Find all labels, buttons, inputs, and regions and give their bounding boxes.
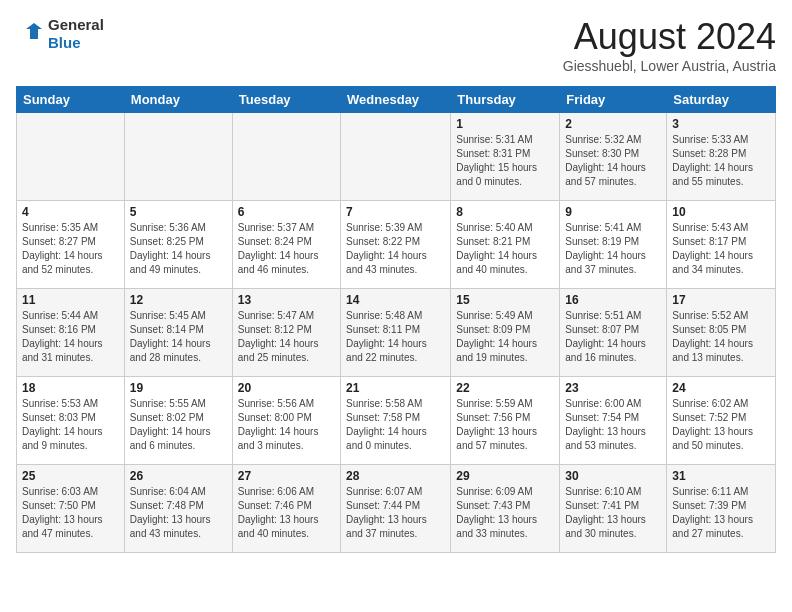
day-content: Sunrise: 6:00 AM Sunset: 7:54 PM Dayligh… xyxy=(565,397,661,453)
calendar-day-cell: 30Sunrise: 6:10 AM Sunset: 7:41 PM Dayli… xyxy=(560,465,667,553)
calendar-day-cell: 13Sunrise: 5:47 AM Sunset: 8:12 PM Dayli… xyxy=(232,289,340,377)
day-number: 27 xyxy=(238,469,335,483)
day-number: 7 xyxy=(346,205,445,219)
location-subtitle: Giesshuebl, Lower Austria, Austria xyxy=(563,58,776,74)
day-number: 12 xyxy=(130,293,227,307)
day-content: Sunrise: 5:40 AM Sunset: 8:21 PM Dayligh… xyxy=(456,221,554,277)
day-number: 25 xyxy=(22,469,119,483)
day-number: 8 xyxy=(456,205,554,219)
day-content: Sunrise: 6:09 AM Sunset: 7:43 PM Dayligh… xyxy=(456,485,554,541)
calendar-week-row: 4Sunrise: 5:35 AM Sunset: 8:27 PM Daylig… xyxy=(17,201,776,289)
day-header-sunday: Sunday xyxy=(17,87,125,113)
calendar-day-cell: 17Sunrise: 5:52 AM Sunset: 8:05 PM Dayli… xyxy=(667,289,776,377)
calendar-day-cell: 3Sunrise: 5:33 AM Sunset: 8:28 PM Daylig… xyxy=(667,113,776,201)
day-content: Sunrise: 6:07 AM Sunset: 7:44 PM Dayligh… xyxy=(346,485,445,541)
calendar-header-row: SundayMondayTuesdayWednesdayThursdayFrid… xyxy=(17,87,776,113)
calendar-day-cell: 10Sunrise: 5:43 AM Sunset: 8:17 PM Dayli… xyxy=(667,201,776,289)
calendar-day-cell: 14Sunrise: 5:48 AM Sunset: 8:11 PM Dayli… xyxy=(341,289,451,377)
calendar-day-cell: 26Sunrise: 6:04 AM Sunset: 7:48 PM Dayli… xyxy=(124,465,232,553)
day-number: 31 xyxy=(672,469,770,483)
day-content: Sunrise: 5:48 AM Sunset: 8:11 PM Dayligh… xyxy=(346,309,445,365)
month-year-title: August 2024 xyxy=(563,16,776,58)
day-number: 29 xyxy=(456,469,554,483)
day-content: Sunrise: 5:55 AM Sunset: 8:02 PM Dayligh… xyxy=(130,397,227,453)
logo-text: General Blue xyxy=(48,16,104,52)
day-number: 5 xyxy=(130,205,227,219)
calendar-day-cell: 4Sunrise: 5:35 AM Sunset: 8:27 PM Daylig… xyxy=(17,201,125,289)
day-content: Sunrise: 5:44 AM Sunset: 8:16 PM Dayligh… xyxy=(22,309,119,365)
empty-cell xyxy=(232,113,340,201)
day-content: Sunrise: 5:47 AM Sunset: 8:12 PM Dayligh… xyxy=(238,309,335,365)
day-content: Sunrise: 5:43 AM Sunset: 8:17 PM Dayligh… xyxy=(672,221,770,277)
day-content: Sunrise: 6:10 AM Sunset: 7:41 PM Dayligh… xyxy=(565,485,661,541)
day-number: 22 xyxy=(456,381,554,395)
empty-cell xyxy=(341,113,451,201)
day-number: 1 xyxy=(456,117,554,131)
day-number: 11 xyxy=(22,293,119,307)
calendar-day-cell: 1Sunrise: 5:31 AM Sunset: 8:31 PM Daylig… xyxy=(451,113,560,201)
day-number: 14 xyxy=(346,293,445,307)
day-header-monday: Monday xyxy=(124,87,232,113)
calendar-day-cell: 29Sunrise: 6:09 AM Sunset: 7:43 PM Dayli… xyxy=(451,465,560,553)
logo-bird-icon xyxy=(16,19,46,49)
day-number: 26 xyxy=(130,469,227,483)
day-content: Sunrise: 5:53 AM Sunset: 8:03 PM Dayligh… xyxy=(22,397,119,453)
day-content: Sunrise: 5:31 AM Sunset: 8:31 PM Dayligh… xyxy=(456,133,554,189)
day-number: 21 xyxy=(346,381,445,395)
calendar-day-cell: 15Sunrise: 5:49 AM Sunset: 8:09 PM Dayli… xyxy=(451,289,560,377)
day-header-tuesday: Tuesday xyxy=(232,87,340,113)
calendar-day-cell: 19Sunrise: 5:55 AM Sunset: 8:02 PM Dayli… xyxy=(124,377,232,465)
calendar-day-cell: 27Sunrise: 6:06 AM Sunset: 7:46 PM Dayli… xyxy=(232,465,340,553)
calendar-day-cell: 11Sunrise: 5:44 AM Sunset: 8:16 PM Dayli… xyxy=(17,289,125,377)
day-content: Sunrise: 5:49 AM Sunset: 8:09 PM Dayligh… xyxy=(456,309,554,365)
day-number: 10 xyxy=(672,205,770,219)
calendar-day-cell: 21Sunrise: 5:58 AM Sunset: 7:58 PM Dayli… xyxy=(341,377,451,465)
day-content: Sunrise: 5:56 AM Sunset: 8:00 PM Dayligh… xyxy=(238,397,335,453)
page-header: General Blue August 2024 Giesshuebl, Low… xyxy=(16,16,776,74)
day-header-saturday: Saturday xyxy=(667,87,776,113)
calendar-day-cell: 5Sunrise: 5:36 AM Sunset: 8:25 PM Daylig… xyxy=(124,201,232,289)
calendar-day-cell: 2Sunrise: 5:32 AM Sunset: 8:30 PM Daylig… xyxy=(560,113,667,201)
logo-blue: Blue xyxy=(48,34,104,52)
day-content: Sunrise: 5:59 AM Sunset: 7:56 PM Dayligh… xyxy=(456,397,554,453)
day-number: 23 xyxy=(565,381,661,395)
day-content: Sunrise: 5:36 AM Sunset: 8:25 PM Dayligh… xyxy=(130,221,227,277)
calendar-day-cell: 24Sunrise: 6:02 AM Sunset: 7:52 PM Dayli… xyxy=(667,377,776,465)
day-header-wednesday: Wednesday xyxy=(341,87,451,113)
day-content: Sunrise: 5:58 AM Sunset: 7:58 PM Dayligh… xyxy=(346,397,445,453)
day-content: Sunrise: 5:32 AM Sunset: 8:30 PM Dayligh… xyxy=(565,133,661,189)
calendar-day-cell: 7Sunrise: 5:39 AM Sunset: 8:22 PM Daylig… xyxy=(341,201,451,289)
day-number: 16 xyxy=(565,293,661,307)
day-number: 15 xyxy=(456,293,554,307)
calendar-week-row: 25Sunrise: 6:03 AM Sunset: 7:50 PM Dayli… xyxy=(17,465,776,553)
day-number: 28 xyxy=(346,469,445,483)
day-content: Sunrise: 5:33 AM Sunset: 8:28 PM Dayligh… xyxy=(672,133,770,189)
calendar-day-cell: 12Sunrise: 5:45 AM Sunset: 8:14 PM Dayli… xyxy=(124,289,232,377)
day-number: 3 xyxy=(672,117,770,131)
logo-general: General xyxy=(48,16,104,34)
calendar-day-cell: 23Sunrise: 6:00 AM Sunset: 7:54 PM Dayli… xyxy=(560,377,667,465)
day-content: Sunrise: 6:06 AM Sunset: 7:46 PM Dayligh… xyxy=(238,485,335,541)
calendar-table: SundayMondayTuesdayWednesdayThursdayFrid… xyxy=(16,86,776,553)
day-content: Sunrise: 6:02 AM Sunset: 7:52 PM Dayligh… xyxy=(672,397,770,453)
day-content: Sunrise: 5:35 AM Sunset: 8:27 PM Dayligh… xyxy=(22,221,119,277)
day-number: 30 xyxy=(565,469,661,483)
day-number: 13 xyxy=(238,293,335,307)
day-number: 6 xyxy=(238,205,335,219)
calendar-day-cell: 20Sunrise: 5:56 AM Sunset: 8:00 PM Dayli… xyxy=(232,377,340,465)
calendar-day-cell: 25Sunrise: 6:03 AM Sunset: 7:50 PM Dayli… xyxy=(17,465,125,553)
day-number: 2 xyxy=(565,117,661,131)
day-content: Sunrise: 5:37 AM Sunset: 8:24 PM Dayligh… xyxy=(238,221,335,277)
logo: General Blue xyxy=(16,16,104,52)
day-number: 9 xyxy=(565,205,661,219)
calendar-day-cell: 28Sunrise: 6:07 AM Sunset: 7:44 PM Dayli… xyxy=(341,465,451,553)
day-content: Sunrise: 6:11 AM Sunset: 7:39 PM Dayligh… xyxy=(672,485,770,541)
calendar-day-cell: 8Sunrise: 5:40 AM Sunset: 8:21 PM Daylig… xyxy=(451,201,560,289)
calendar-day-cell: 9Sunrise: 5:41 AM Sunset: 8:19 PM Daylig… xyxy=(560,201,667,289)
calendar-week-row: 11Sunrise: 5:44 AM Sunset: 8:16 PM Dayli… xyxy=(17,289,776,377)
calendar-day-cell: 16Sunrise: 5:51 AM Sunset: 8:07 PM Dayli… xyxy=(560,289,667,377)
logo-container: General Blue xyxy=(16,16,104,52)
day-number: 20 xyxy=(238,381,335,395)
calendar-day-cell: 18Sunrise: 5:53 AM Sunset: 8:03 PM Dayli… xyxy=(17,377,125,465)
empty-cell xyxy=(17,113,125,201)
